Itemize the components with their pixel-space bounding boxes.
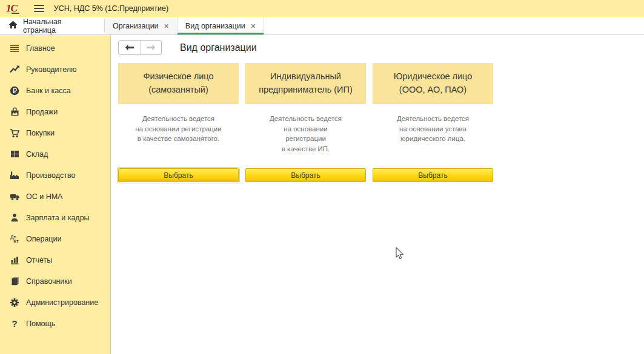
- tab-organizations-label: Организации: [113, 22, 159, 30]
- sidebar-item-operations[interactable]: ДтКт Операции: [0, 228, 110, 249]
- tab-organization-type[interactable]: Вид организации ×: [178, 17, 264, 34]
- sidebar-item-payroll[interactable]: Зарплата и кадры: [0, 207, 110, 228]
- sidebar-item-label: Производство: [26, 171, 76, 180]
- card-entrepreneur: Индивидуальный предприниматель (ИП) Деят…: [245, 63, 366, 182]
- choose-button-legal-entity[interactable]: Выбрать: [373, 168, 493, 182]
- sidebar-item-label: Банк и касса: [26, 87, 71, 95]
- sidebar-item-label: Покупки: [26, 129, 55, 137]
- page-title: Вид организации: [180, 42, 257, 53]
- arrow-right-icon: [146, 44, 156, 51]
- sidebar-item-label: Отчеты: [26, 256, 52, 264]
- card-title: Индивидуальный предприниматель (ИП): [245, 63, 366, 104]
- sidebar-item-main[interactable]: Главное: [0, 38, 110, 59]
- tab-organization-type-label: Вид организации: [185, 22, 245, 30]
- close-icon[interactable]: ×: [251, 22, 256, 30]
- tab-bar: Начальная страница Организации × Вид орг…: [0, 17, 644, 35]
- sidebar-item-manager[interactable]: Руководителю: [0, 59, 110, 80]
- sidebar-item-fixed-assets[interactable]: ОС и НМА: [0, 186, 110, 207]
- sidebar-item-label: Операции: [26, 235, 61, 243]
- hamburger-menu-icon[interactable]: [34, 5, 44, 12]
- sidebar-item-label: Справочники: [26, 277, 72, 286]
- sidebar-item-help[interactable]: ? Помощь: [0, 313, 110, 334]
- sidebar-item-bank[interactable]: Банк и касса: [0, 80, 110, 101]
- shopping-cart-icon: [8, 127, 21, 139]
- 1c-logo: 1С: [6, 2, 21, 15]
- sidebar-item-reports[interactable]: Отчеты: [0, 249, 110, 270]
- organization-type-cards: Физическое лицо (самозанятый) Деятельнос…: [118, 63, 644, 182]
- window-title: УСН, НДС 5% (1С:Предприятие): [54, 4, 168, 13]
- sidebar-item-label: Зарплата и кадры: [26, 214, 90, 222]
- card-title: Юридическое лицо (ООО, АО, ПАО): [373, 63, 493, 104]
- person-icon: [8, 212, 21, 224]
- back-button[interactable]: [119, 41, 140, 54]
- factory-icon: [8, 169, 21, 182]
- bar-chart-icon: [8, 254, 21, 266]
- card-description: Деятельность ведется на основании регист…: [245, 114, 366, 168]
- home-tab-label: Начальная страница: [23, 18, 96, 34]
- sidebar-item-label: Администрирование: [26, 298, 98, 307]
- trend-up-icon: [8, 64, 21, 76]
- history-nav-group: [118, 40, 162, 55]
- forward-button[interactable]: [140, 41, 161, 54]
- close-icon[interactable]: ×: [164, 22, 169, 30]
- debit-credit-icon: ДтКт: [8, 233, 21, 245]
- books-icon: [8, 275, 21, 287]
- gear-icon: [8, 297, 21, 309]
- card-legal-entity: Юридическое лицо (ООО, АО, ПАО) Деятельн…: [373, 63, 493, 182]
- question-icon: ?: [8, 318, 21, 330]
- arrow-left-icon: [125, 44, 134, 51]
- sidebar-item-label: Руководителю: [26, 65, 76, 74]
- sidebar-item-label: Помощь: [26, 320, 55, 328]
- main-menu-icon: [8, 42, 21, 54]
- card-description: Деятельность ведется на основании регист…: [118, 114, 239, 168]
- card-individual-selfemployed: Физическое лицо (самозанятый) Деятельнос…: [118, 63, 239, 182]
- main-content: Вид организации Физическое лицо (самозан…: [111, 35, 644, 354]
- shopping-bag-icon: [8, 106, 21, 118]
- window-title-bar: 1С УСН, НДС 5% (1С:Предприятие): [0, 0, 644, 17]
- card-description: Деятельность ведется на основании устава…: [373, 114, 493, 168]
- sidebar-item-production[interactable]: Производство: [0, 165, 110, 186]
- card-title: Физическое лицо (самозанятый): [118, 63, 239, 104]
- home-icon: [8, 21, 18, 31]
- sidebar-item-label: ОС и НМА: [26, 192, 62, 201]
- choose-button-entrepreneur[interactable]: Выбрать: [245, 168, 366, 182]
- sidebar-item-directories[interactable]: Справочники: [0, 270, 110, 292]
- sidebar-item-administration[interactable]: Администрирование: [0, 292, 110, 313]
- sidebar-item-warehouse[interactable]: Склад: [0, 143, 110, 165]
- boxes-grid-icon: [8, 148, 21, 160]
- sidebar-item-label: Склад: [26, 150, 48, 159]
- sidebar-item-label: Главное: [26, 44, 55, 53]
- sidebar-item-purchases[interactable]: Покупки: [0, 122, 110, 143]
- ruble-circle-icon: [8, 85, 21, 97]
- home-tab[interactable]: Начальная страница: [0, 17, 104, 34]
- sidebar: Главное Руководителю Банк и касса Продаж…: [0, 35, 111, 354]
- tab-organizations[interactable]: Организации ×: [105, 17, 178, 34]
- sidebar-item-label: Продажи: [26, 108, 58, 116]
- truck-icon: [8, 191, 21, 203]
- choose-button-selfemployed[interactable]: Выбрать: [118, 168, 239, 182]
- sidebar-item-sales[interactable]: Продажи: [0, 101, 110, 122]
